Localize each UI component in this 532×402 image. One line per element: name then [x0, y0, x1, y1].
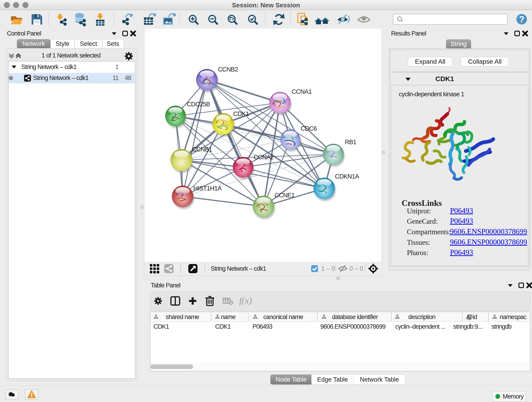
svg-text:canonical name: canonical name — [263, 313, 303, 320]
svg-text:database identifier: database identifier — [332, 313, 378, 320]
svg-text:shared name: shared name — [166, 313, 199, 320]
svg-text:CDKN1A: CDKN1A — [335, 173, 359, 180]
svg-text:f(x): f(x) — [239, 295, 252, 306]
svg-text:CCNB1: CCNB1 — [192, 146, 212, 153]
svg-text:CDC25B: CDC25B — [187, 101, 210, 108]
svg-text:name: name — [221, 313, 235, 320]
svg-text:CCNE1: CCNE1 — [274, 192, 295, 199]
svg-text:CCNA2: CCNA2 — [254, 154, 274, 161]
svg-text:description: description — [408, 313, 436, 320]
svg-text:0 – 0: 0 – 0 — [349, 265, 363, 272]
svg-text:CCNB2: CCNB2 — [218, 66, 238, 73]
svg-text:RB1: RB1 — [345, 139, 356, 146]
svg-text:namespac: namespac — [500, 313, 526, 320]
svg-text:String Network – cdk1: String Network – cdk1 — [211, 265, 266, 272]
svg-text:CDK1: CDK1 — [233, 110, 249, 117]
svg-text:@id: @id — [467, 313, 477, 320]
svg-text:CCNA1: CCNA1 — [292, 88, 312, 95]
svg-text:1 – 0: 1 – 0 — [321, 265, 335, 272]
svg-text:?: ? — [519, 14, 524, 24]
svg-text:CDC6: CDC6 — [301, 125, 317, 132]
svg-text:HIST1H1A: HIST1H1A — [193, 185, 222, 192]
